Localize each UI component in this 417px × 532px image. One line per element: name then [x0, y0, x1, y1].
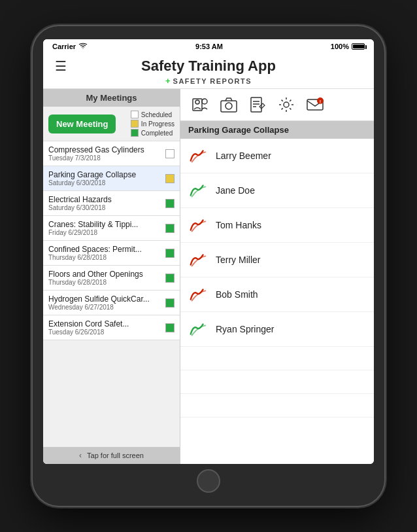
completed-box [131, 129, 139, 137]
meeting-date: Wednesday 6/27/2018 [48, 304, 165, 311]
meeting-name: Confined Spaces: Permit... [48, 245, 165, 254]
attendee-item[interactable]: Jane Doe [180, 173, 374, 208]
legend-scheduled: Scheduled [131, 111, 175, 118]
status-bar: Carrier 9:53 AM 100% [43, 39, 374, 54]
main-content: My Meetings New Meeting Scheduled In Pro… [43, 89, 374, 464]
meeting-item[interactable]: Extension Cord Safet...Tuesday 6/26/2018 [43, 315, 180, 340]
battery-icon [352, 43, 365, 50]
empty-row [180, 394, 374, 417]
scheduled-label: Scheduled [141, 111, 172, 118]
meeting-info: Floors and Other OpeningsThursday 6/28/2… [48, 270, 165, 286]
status-left: Carrier [52, 43, 88, 50]
meeting-item[interactable]: Hydrogen Sulfide QuickCar...Wednesday 6/… [43, 291, 180, 315]
meeting-title: Parking Garage Collapse [188, 125, 289, 135]
badge-plus: + [165, 76, 171, 86]
completed-label: Completed [141, 130, 173, 137]
meeting-item[interactable]: Floors and Other OpeningsThursday 6/28/2… [43, 266, 180, 291]
email-icon[interactable]: ! [303, 93, 327, 116]
signature-icon [188, 180, 209, 201]
signature-icon [188, 215, 209, 236]
meeting-date: Friday 6/29/2018 [48, 229, 165, 236]
attendee-item[interactable]: Bob Smith [180, 277, 374, 312]
meeting-name: Cranes: Stability & Tippi... [48, 220, 165, 229]
empty-row [180, 370, 374, 394]
sidebar-footer[interactable]: ‹ Tap for full screen [43, 447, 180, 464]
sidebar: My Meetings New Meeting Scheduled In Pro… [43, 89, 180, 464]
meeting-date: Saturday 6/30/2018 [48, 179, 165, 186]
empty-row [180, 347, 374, 370]
meeting-info: Parking Garage CollapseSaturday 6/30/201… [48, 170, 165, 186]
svg-point-1 [195, 100, 199, 104]
home-button[interactable] [197, 469, 220, 493]
in-progress-label: In Progress [141, 120, 175, 128]
meeting-date: Tuesday 7/3/2018 [48, 154, 165, 162]
sidebar-toolbar: New Meeting Scheduled In Progress Com [43, 107, 180, 141]
meeting-name: Hydrogen Sulfide QuickCar... [48, 294, 165, 304]
in-progress-box [131, 120, 139, 128]
meeting-info: Hydrogen Sulfide QuickCar...Wednesday 6/… [48, 294, 165, 311]
meeting-status-box [165, 249, 175, 258]
svg-text:!: ! [320, 99, 321, 104]
settings-gear-icon[interactable] [275, 93, 298, 116]
meeting-info: Cranes: Stability & Tippi...Friday 6/29/… [48, 220, 165, 236]
tablet-device: Carrier 9:53 AM 100% ☰ Sa [33, 26, 384, 506]
safety-reports-badge: + SAFETY REPORTS [165, 76, 252, 86]
meeting-status-box [165, 298, 175, 308]
meeting-item[interactable]: Compressed Gas CylindersTuesday 7/3/2018 [43, 141, 180, 166]
hamburger-menu-icon[interactable]: ☰ [51, 58, 71, 74]
attendee-name: Larry Beemer [216, 151, 271, 161]
battery-percent: 100% [331, 43, 349, 50]
meeting-item[interactable]: Electrical HazardsSaturday 6/30/2018 [43, 191, 180, 216]
legend-in-progress: In Progress [131, 120, 175, 128]
header-top: ☰ Safety Training App [51, 58, 366, 75]
signature-icon [188, 284, 209, 305]
new-meeting-button[interactable]: New Meeting [48, 115, 116, 133]
status-time: 9:53 AM [195, 43, 223, 50]
svg-point-9 [284, 102, 289, 107]
meeting-item[interactable]: Confined Spaces: Permit...Thursday 6/28/… [43, 241, 180, 266]
full-screen-label: Tap for full screen [87, 452, 144, 459]
signature-icon [188, 249, 209, 270]
sidebar-title: My Meetings [86, 93, 137, 103]
app-title: Safety Training App [141, 58, 276, 75]
meeting-date: Tuesday 6/26/2018 [48, 328, 165, 336]
meeting-item[interactable]: Cranes: Stability & Tippi...Friday 6/29/… [43, 216, 180, 241]
person-list-icon[interactable] [188, 93, 212, 116]
meeting-info: Extension Cord Safet...Tuesday 6/26/2018 [48, 319, 165, 336]
attendee-item[interactable]: Larry Beemer [180, 139, 374, 173]
meeting-info: Compressed Gas CylindersTuesday 7/3/2018 [48, 145, 165, 162]
clipboard-edit-icon[interactable] [246, 93, 269, 116]
attendee-list: Larry BeemerJane DoeTom HanksTerry Mille… [180, 139, 374, 464]
meeting-status-box [165, 199, 175, 208]
carrier-label: Carrier [52, 43, 76, 50]
attendee-name: Terry Miller [216, 255, 260, 265]
legend: Scheduled In Progress Completed [131, 111, 175, 137]
meeting-status-box [165, 149, 175, 158]
signature-icon [188, 319, 209, 340]
back-chevron-icon: ‹ [79, 451, 82, 460]
meeting-name: Compressed Gas Cylinders [48, 145, 165, 154]
meeting-name: Parking Garage Collapse [48, 170, 165, 179]
tablet-screen: Carrier 9:53 AM 100% ☰ Sa [43, 39, 374, 464]
meeting-item[interactable]: Parking Garage CollapseSaturday 6/30/201… [43, 166, 180, 191]
svg-rect-5 [251, 98, 261, 112]
meeting-info: Confined Spaces: Permit...Thursday 6/28/… [48, 245, 165, 261]
scheduled-box [131, 111, 139, 118]
meeting-status-box [165, 224, 175, 233]
attendee-name: Bob Smith [216, 289, 258, 300]
wifi-icon [78, 43, 88, 50]
attendee-name: Tom Hanks [216, 220, 261, 230]
status-right: 100% [331, 43, 365, 50]
attendee-item[interactable]: Ryan Springer [180, 312, 374, 347]
right-content-header: Parking Garage Collapse [180, 121, 374, 139]
sidebar-header: My Meetings [43, 89, 180, 107]
meeting-info: Electrical HazardsSaturday 6/30/2018 [48, 195, 165, 211]
attendee-item[interactable]: Terry Miller [180, 243, 374, 277]
meeting-date: Saturday 6/30/2018 [48, 204, 165, 211]
right-panel: ! Parking Garage Collapse Larry BeemerJa… [180, 89, 374, 464]
camera-icon[interactable] [217, 93, 241, 116]
attendee-item[interactable]: Tom Hanks [180, 208, 374, 243]
meeting-name: Extension Cord Safet... [48, 319, 165, 328]
meeting-date: Thursday 6/28/2018 [48, 279, 165, 286]
right-toolbar: ! [180, 89, 374, 121]
